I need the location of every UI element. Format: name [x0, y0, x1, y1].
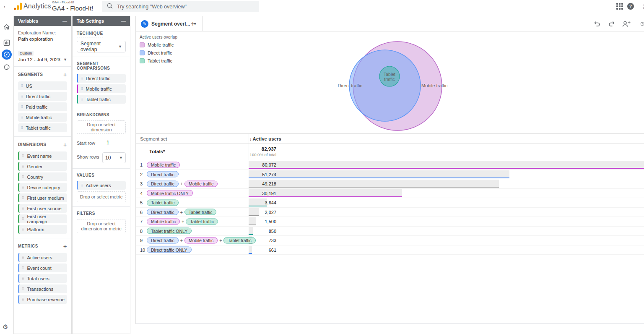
- filters-dropzone[interactable]: Drop or select dimension or metric: [77, 219, 126, 233]
- dimension-item-label: First user campaign: [27, 214, 65, 224]
- minimize-tab-settings-button[interactable]: —: [121, 18, 126, 23]
- segment-overlap-table: Segment set ↓Active users Totals* 82,937…: [136, 133, 644, 255]
- segment-chip-tablet[interactable]: Tablet traffic ONLY: [147, 228, 192, 234]
- table-row[interactable]: 6Direct traffic+Tablet traffic2,027: [136, 208, 644, 217]
- add-segment-button[interactable]: +: [63, 71, 67, 78]
- dimension-item-platform[interactable]: ⠿Platform: [18, 225, 67, 234]
- legend-label: Direct traffic: [148, 50, 172, 55]
- segment-chip-direct[interactable]: Direct traffic ONLY: [147, 247, 192, 253]
- segment-chip-direct[interactable]: Direct traffic: [147, 237, 179, 243]
- breakdowns-dropzone[interactable]: Drop or select dimension: [77, 120, 126, 134]
- active-users-value: 661: [249, 245, 276, 255]
- segment-chip-direct[interactable]: Direct traffic: [147, 171, 179, 177]
- technique-select[interactable]: Segment overlap ▼: [77, 41, 126, 52]
- column-header-active-users[interactable]: ↓Active users: [249, 134, 281, 144]
- drag-handle-icon: ⠿: [22, 256, 25, 260]
- segment-chip-mobile[interactable]: Mobile traffic: [184, 237, 218, 243]
- dimension-item-first-user-source[interactable]: ⠿First user source: [18, 204, 67, 213]
- table-row[interactable]: 8Tablet traffic ONLY850: [136, 227, 644, 236]
- table-row[interactable]: 1Mobile traffic80,072: [136, 160, 644, 170]
- add-metric-button[interactable]: +: [63, 243, 67, 250]
- add-people-icon[interactable]: [621, 20, 631, 28]
- explore-icon[interactable]: [2, 50, 12, 60]
- segment-chip-direct[interactable]: Direct traffic: [147, 209, 179, 215]
- minimize-variables-button[interactable]: —: [62, 18, 67, 23]
- table-totals-row: Totals* 82,937 100.0% of total: [136, 144, 644, 160]
- metric-item-active-users[interactable]: ⠿Active users: [18, 253, 67, 262]
- tab-settings-panel: Tab Settings — TECHNIQUE Segment overlap…: [72, 16, 130, 334]
- active-users-value: 1,500: [249, 217, 276, 226]
- table-row[interactable]: 5Tablet traffic3,644: [136, 198, 644, 208]
- segment-chip-mobile[interactable]: Mobile traffic: [147, 162, 180, 168]
- segment-comparison-item[interactable]: ⠿Tablet traffic: [77, 95, 126, 104]
- add-tab-button[interactable]: +: [184, 16, 202, 31]
- metric-item-event-count[interactable]: ⠿Event count: [18, 264, 67, 272]
- segment-item-label: Tablet traffic: [26, 125, 51, 130]
- column-header-segment-set[interactable]: Segment set: [140, 134, 167, 144]
- reports-icon[interactable]: [2, 38, 12, 48]
- start-row-input[interactable]: 1: [104, 139, 126, 147]
- legend-item: Mobile traffic: [140, 42, 177, 48]
- metric-item-purchase-revenue[interactable]: ⠿Purchase revenue: [18, 295, 67, 304]
- add-dimension-button[interactable]: +: [63, 141, 67, 148]
- apps-grid-icon[interactable]: [616, 3, 623, 10]
- app-top-bar: ← Analytics GA4 - Flood-It! GA4 - Flood-…: [0, 0, 644, 13]
- table-row[interactable]: 10Direct traffic ONLY661: [136, 245, 644, 255]
- metric-item-total-users[interactable]: ⠿Total users: [18, 274, 67, 283]
- segment-chip-mobile[interactable]: Mobile traffic: [184, 180, 218, 187]
- dimension-item-first-user-campaign[interactable]: ⠿First user campaign: [18, 214, 67, 223]
- dimension-item-device-category[interactable]: ⠿Device category: [18, 183, 67, 192]
- segment-chip-direct[interactable]: Direct traffic: [147, 180, 179, 187]
- segment-comparison-item[interactable]: ⠿Mobile traffic: [77, 84, 126, 93]
- redo-icon[interactable]: [608, 20, 616, 28]
- values-dropzone[interactable]: Drop or select metric: [77, 191, 126, 202]
- table-row[interactable]: 4Mobile traffic ONLY30,191: [136, 189, 644, 198]
- insights-icon[interactable]: [640, 20, 644, 28]
- segment-comparison-item[interactable]: ⠿Direct traffic: [77, 74, 126, 83]
- table-row[interactable]: 9Direct traffic+Mobile traffic+Tablet tr…: [136, 236, 644, 245]
- show-rows-select[interactable]: 10 ▼: [102, 152, 126, 163]
- segment-item-paid-traffic[interactable]: ⠿Paid traffic: [18, 102, 67, 111]
- more-options-icon[interactable]: ⋮: [641, 3, 644, 10]
- exploration-name-value[interactable]: Path exploration: [18, 37, 67, 42]
- segment-chip-tablet[interactable]: Tablet traffic: [184, 209, 216, 215]
- values-item-label: Active users: [86, 183, 111, 188]
- date-range-picker[interactable]: Jun 12 - Jul 9, 2023 ▼: [18, 57, 67, 62]
- segment-item-mobile-traffic[interactable]: ⠿Mobile traffic: [18, 113, 67, 122]
- segment-item-us[interactable]: ⠿US: [18, 81, 67, 90]
- table-row[interactable]: 2Direct traffic51,274: [136, 170, 644, 180]
- venn-diagram[interactable]: Direct traffic Mobile traffic Tablettraf…: [136, 31, 644, 133]
- row-index: 8: [140, 227, 147, 236]
- segment-chip-tablet[interactable]: Tablet traffic: [147, 199, 179, 206]
- home-icon[interactable]: [2, 22, 12, 32]
- segment-chip-mobile[interactable]: Mobile traffic: [147, 218, 180, 224]
- dimension-item-gender[interactable]: ⠿Gender: [18, 162, 67, 171]
- search-bar[interactable]: Try searching "Web overview": [102, 1, 259, 12]
- table-row[interactable]: 7Mobile traffic+Tablet traffic1,500: [136, 217, 644, 227]
- segment-chip-group: Mobile traffic+Tablet traffic: [147, 218, 218, 224]
- help-icon[interactable]: ?: [627, 3, 634, 10]
- dimension-item-first-user-medium[interactable]: ⠿First user medium: [18, 193, 67, 202]
- segment-chip-mobile[interactable]: Mobile traffic ONLY: [147, 190, 193, 196]
- undo-icon[interactable]: [593, 20, 601, 28]
- segment-item-direct-traffic[interactable]: ⠿Direct traffic: [18, 92, 67, 101]
- dimension-item-country[interactable]: ⠿Country: [18, 172, 67, 181]
- dimension-item-event-name[interactable]: ⠿Event name: [18, 151, 67, 160]
- settings-gear-icon[interactable]: ⚙: [3, 323, 8, 331]
- property-selector[interactable]: GA4 - Flood-It! GA4 - Flood-It!: [52, 1, 93, 11]
- segment-item-tablet-traffic[interactable]: ⠿Tablet traffic: [18, 123, 67, 132]
- venn-label-tablet: Tablettraffic: [384, 72, 395, 82]
- dimension-item-label: Event name: [27, 154, 52, 159]
- values-item[interactable]: ⠿Active users: [77, 181, 126, 190]
- table-row[interactable]: 3Direct traffic+Mobile traffic49,218: [136, 179, 644, 189]
- active-users-value: 733: [249, 236, 276, 245]
- plus-separator: +: [182, 219, 184, 224]
- totals-value: 82,937: [239, 146, 276, 151]
- advertising-icon[interactable]: [2, 62, 12, 72]
- segment-comparisons-list: ⠿Direct traffic⠿Mobile traffic⠿Tablet tr…: [77, 74, 126, 104]
- segment-chip-tablet[interactable]: Tablet traffic: [186, 218, 218, 224]
- chart-legend: Active users overlap Mobile trafficDirec…: [140, 35, 177, 65]
- metric-item-transactions[interactable]: ⠿Transactions: [18, 284, 67, 293]
- segment-chip-group: Direct traffic+Tablet traffic: [147, 209, 216, 215]
- back-arrow-icon[interactable]: ←: [3, 2, 9, 10]
